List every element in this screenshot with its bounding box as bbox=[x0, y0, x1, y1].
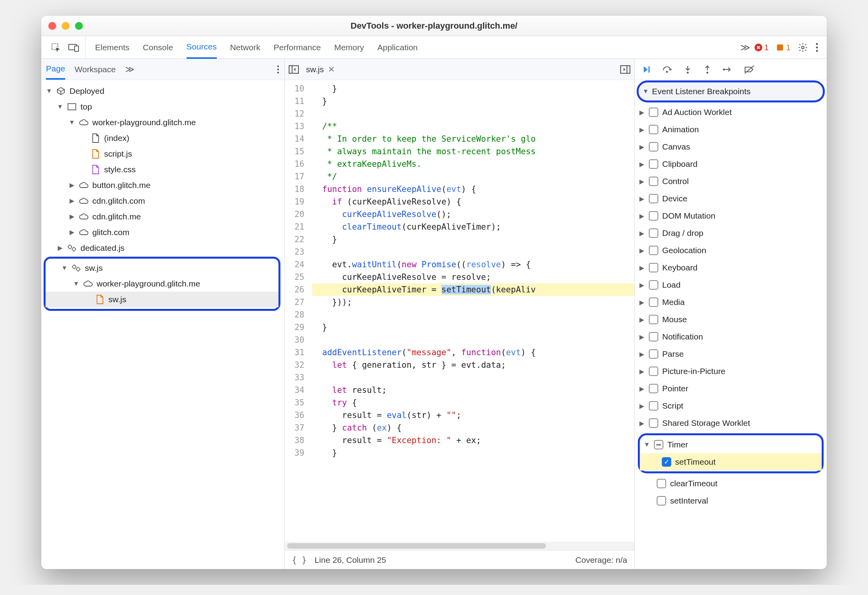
breakpoint-category-timer[interactable]: ▼ Timer bbox=[640, 436, 822, 453]
checkbox[interactable] bbox=[649, 401, 658, 411]
inspect-element-icon[interactable] bbox=[51, 42, 61, 53]
breakpoint-category[interactable]: ▶ Mouse bbox=[635, 311, 827, 328]
close-tab-icon[interactable]: ✕ bbox=[328, 65, 335, 74]
tree-item[interactable]: (index) bbox=[41, 130, 284, 146]
breakpoint-item-settimeout[interactable]: setTimeout bbox=[640, 453, 822, 471]
checkbox[interactable] bbox=[649, 280, 658, 290]
tree-item[interactable]: ▼ sw.js bbox=[46, 260, 278, 276]
svg-point-6 bbox=[816, 43, 818, 45]
gears-icon bbox=[66, 243, 77, 253]
breakpoint-category[interactable]: ▶ Device bbox=[635, 190, 827, 207]
breakpoint-item[interactable]: clearTimeout bbox=[635, 475, 827, 492]
file-tab-swjs[interactable]: sw.js ✕ bbox=[303, 65, 338, 74]
breakpoint-category[interactable]: ▶ Keyboard bbox=[635, 259, 827, 276]
toggle-navigator-icon[interactable] bbox=[289, 65, 299, 74]
breakpoint-category[interactable]: ▶ Canvas bbox=[635, 138, 827, 155]
breakpoint-category[interactable]: ▶ Load bbox=[635, 276, 827, 294]
checkbox[interactable] bbox=[649, 177, 658, 186]
tab-elements[interactable]: Elements bbox=[95, 36, 130, 58]
event-listener-breakpoints-header[interactable]: ▼ Event Listener Breakpoints bbox=[639, 82, 823, 100]
breakpoint-category[interactable]: ▶ Drag / drop bbox=[635, 224, 827, 242]
checkbox[interactable] bbox=[649, 349, 658, 359]
code-editor[interactable]: 1011121314151617181920212223242526272829… bbox=[285, 80, 634, 542]
checkbox[interactable] bbox=[649, 263, 658, 272]
breakpoint-category[interactable]: ▶ Parse bbox=[635, 345, 827, 363]
checkbox[interactable] bbox=[657, 496, 666, 506]
tab-console[interactable]: Console bbox=[143, 36, 173, 58]
tree-item[interactable]: script.js bbox=[41, 146, 284, 162]
checkbox[interactable] bbox=[662, 457, 671, 467]
tree-item[interactable]: ▶ button.glitch.me bbox=[41, 177, 284, 193]
checkbox[interactable] bbox=[649, 159, 658, 169]
step-icon[interactable] bbox=[723, 65, 733, 74]
tree-item[interactable]: ▼ top bbox=[41, 99, 284, 115]
kebab-menu-icon[interactable] bbox=[815, 42, 819, 53]
checkbox[interactable] bbox=[649, 418, 658, 428]
checkbox[interactable] bbox=[657, 479, 666, 488]
checkbox[interactable] bbox=[649, 246, 658, 255]
checkbox[interactable] bbox=[649, 298, 658, 307]
checkbox[interactable] bbox=[649, 228, 658, 238]
resume-icon[interactable] bbox=[642, 65, 651, 74]
breakpoint-category[interactable]: ▶ Animation bbox=[635, 121, 827, 138]
tree-item[interactable]: ▶ dedicated.js bbox=[41, 240, 284, 256]
checkbox[interactable] bbox=[649, 108, 658, 117]
pretty-print-icon[interactable]: { } bbox=[292, 555, 307, 565]
checkbox[interactable] bbox=[649, 125, 658, 134]
breakpoint-item[interactable]: setInterval bbox=[635, 492, 827, 509]
tab-performance[interactable]: Performance bbox=[274, 36, 321, 58]
checkbox[interactable] bbox=[649, 142, 658, 151]
breakpoint-category[interactable]: ▶ Control bbox=[635, 173, 827, 190]
tree-item[interactable]: ▶ cdn.glitch.me bbox=[41, 209, 284, 224]
navigator-menu-icon[interactable] bbox=[277, 65, 280, 74]
tree-item-label: sw.js bbox=[108, 292, 126, 307]
more-subtabs-button[interactable]: ≫ bbox=[125, 64, 134, 75]
cloud-icon bbox=[78, 180, 89, 190]
breakpoint-category[interactable]: ▶ Script bbox=[635, 397, 827, 414]
tab-application[interactable]: Application bbox=[377, 36, 418, 58]
tab-sources[interactable]: Sources bbox=[187, 37, 217, 59]
tree-item[interactable]: ▶ cdn.glitch.com bbox=[41, 193, 284, 209]
breakpoint-category[interactable]: ▶ Shared Storage Worklet bbox=[635, 414, 827, 432]
tree-item[interactable]: ▼ worker-playground.glitch.me bbox=[41, 115, 284, 130]
horizontal-scrollbar[interactable] bbox=[285, 542, 634, 550]
breakpoint-category[interactable]: ▶ DOM Mutation bbox=[635, 207, 827, 224]
error-badge[interactable]: 1 bbox=[754, 43, 769, 52]
settings-icon[interactable] bbox=[798, 42, 808, 53]
breakpoint-category[interactable]: ▶ Notification bbox=[635, 328, 827, 345]
breakpoint-category[interactable]: ▶ Picture-in-Picture bbox=[635, 363, 827, 380]
navigator-tab-page[interactable]: Page bbox=[46, 59, 65, 80]
breakpoint-category[interactable]: ▶ Media bbox=[635, 294, 827, 311]
toggle-debugger-icon[interactable] bbox=[620, 65, 630, 74]
tree-item[interactable]: ▼ Deployed bbox=[41, 83, 284, 99]
checkbox[interactable] bbox=[649, 384, 658, 393]
tree-item[interactable]: style.css bbox=[41, 162, 284, 177]
tab-memory[interactable]: Memory bbox=[334, 36, 364, 58]
checkbox[interactable] bbox=[649, 211, 658, 221]
breakpoint-category[interactable]: ▶ Pointer bbox=[635, 380, 827, 397]
tree-item[interactable]: sw.js bbox=[46, 292, 278, 307]
device-toolbar-icon[interactable] bbox=[68, 43, 80, 52]
checkbox[interactable] bbox=[649, 332, 658, 341]
breakpoint-category[interactable]: ▶ Ad Auction Worklet bbox=[635, 104, 827, 121]
warning-badge[interactable]: 1 bbox=[776, 43, 791, 52]
step-over-icon[interactable] bbox=[662, 65, 672, 74]
breakpoint-label: setTimeout bbox=[675, 457, 716, 467]
checkbox[interactable] bbox=[649, 367, 658, 376]
step-into-icon[interactable] bbox=[683, 65, 692, 74]
deactivate-breakpoints-icon[interactable] bbox=[744, 65, 755, 74]
breakpoint-category[interactable]: ▶ Clipboard bbox=[635, 155, 827, 173]
checkbox[interactable] bbox=[649, 315, 658, 324]
navigator-tab-workspace[interactable]: Workspace bbox=[75, 59, 116, 80]
checkbox[interactable] bbox=[649, 194, 658, 203]
breakpoint-label: clearTimeout bbox=[670, 479, 718, 488]
tab-network[interactable]: Network bbox=[230, 36, 260, 58]
more-tabs-button[interactable]: ≫ bbox=[740, 36, 750, 58]
tree-item[interactable]: ▼ worker-playground.glitch.me bbox=[46, 276, 278, 292]
svg-point-10 bbox=[277, 68, 279, 70]
category-label: Notification bbox=[662, 332, 703, 341]
breakpoint-category[interactable]: ▶ Geolocation bbox=[635, 242, 827, 259]
tree-item[interactable]: ▶ glitch.com bbox=[41, 224, 284, 240]
step-out-icon[interactable] bbox=[703, 65, 712, 74]
checkbox[interactable] bbox=[654, 440, 663, 449]
